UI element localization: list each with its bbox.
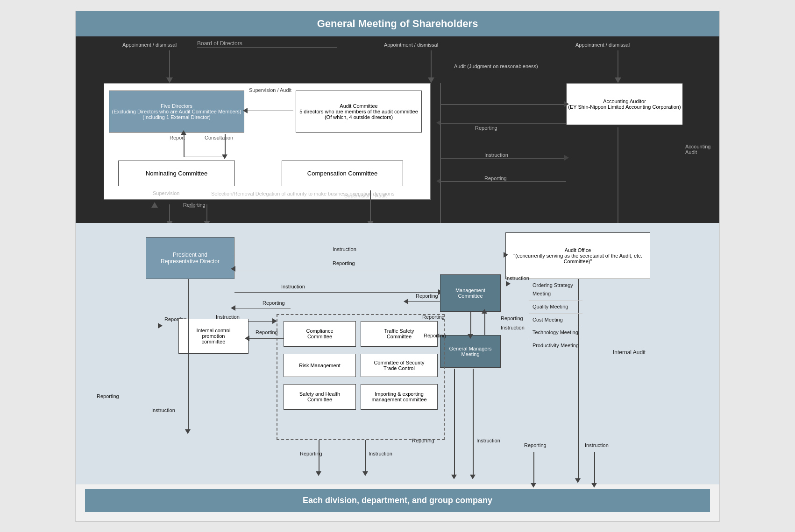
audit-arrow-line	[247, 111, 293, 112]
reporting-label-5: Reporting	[97, 393, 119, 399]
reporting-arrow-1	[231, 266, 235, 272]
instruction-mgmt-2: Instruction	[501, 325, 525, 330]
president-v-line	[188, 279, 189, 431]
reporting-dashed-right: Reporting	[424, 333, 446, 338]
meeting-4: Technology Meeting	[529, 326, 582, 339]
five-directors-box: Five Directors (Excluding Directors who …	[109, 91, 244, 133]
reporting-v-down-2	[454, 369, 455, 476]
arrow-reporting-v-2	[451, 475, 457, 479]
importing-exporting-label: Importing & exporting management committ…	[372, 391, 427, 402]
consultation-label: Consultation	[205, 135, 233, 140]
meeting-2: Quality Meeting	[529, 301, 582, 314]
reporting-label-bottom-1: Reporting	[300, 451, 322, 456]
line-instruction-top	[440, 158, 566, 159]
accounting-auditor-label: Accounting Auditor (EY Shin-Nippon Limit…	[568, 98, 681, 110]
accounting-audit-label: Accounting Audit	[685, 144, 719, 155]
reporting-arrow-2	[231, 305, 235, 311]
audit-judgment-label: Audit (Judgment on reasonableness)	[454, 63, 538, 69]
reporting-line-left	[90, 326, 160, 327]
arrow-instruction-top	[564, 155, 569, 161]
instruction-v-bottom-right	[594, 452, 595, 484]
bottom-section: President and Representative Director Au…	[76, 223, 719, 484]
instruction-arrow-1	[504, 252, 508, 258]
arrow-2	[428, 77, 434, 83]
line-down-1	[169, 204, 170, 223]
instruction-label-1: Instruction	[333, 246, 356, 252]
reporting-line-1	[234, 269, 505, 270]
safety-health-label: Safety and Health Committee	[299, 391, 340, 402]
president-v-arrow	[185, 429, 191, 434]
instruction-label-4: Instruction	[151, 407, 175, 413]
consult-line	[184, 156, 226, 157]
five-directors-label: Five Directors (Excluding Directors who …	[112, 103, 241, 120]
report-line	[184, 134, 185, 157]
reporting-label-3: Reporting	[256, 329, 278, 335]
reporting-bottom-right: Reporting	[524, 442, 547, 448]
top-section: Board of Directors Appointment / dismiss…	[76, 36, 719, 223]
consult-v-line	[225, 134, 226, 157]
instruction-mgmt-v	[484, 312, 485, 336]
appoint-dismiss-2: Appointment / dismissal	[384, 42, 438, 48]
meetings-list: Ordering Strategy Meeting Quality Meetin…	[529, 279, 582, 352]
arrow-line-2	[431, 50, 432, 78]
supervision-label-left: Supervision	[153, 190, 179, 196]
internal-control-box: Internal control promotion committee	[178, 319, 248, 354]
safety-health-box: Safety and Health Committee	[284, 384, 356, 410]
diagram-wrapper: General Meeting of Shareholders Board of…	[75, 11, 720, 522]
instruction-v-down-1	[365, 440, 366, 473]
arrow-audit-acc	[564, 101, 569, 107]
reporting-line-2	[234, 308, 291, 309]
instruction-line-1	[234, 255, 505, 256]
line-supervision-audit-v	[370, 190, 371, 223]
arrow-instruction-v-1	[362, 471, 368, 476]
accounting-auditor-box: Accounting Auditor (EY Shin-Nippon Limit…	[566, 83, 683, 125]
nominating-committee-label: Nominating Committee	[146, 170, 207, 177]
security-trade-label: Committee of Security Trade Control	[374, 360, 424, 371]
traffic-safety-label: Traffic Safety Committee	[384, 328, 414, 339]
reporting-mgmt-line	[407, 301, 440, 302]
management-committee-label: Management Committee	[455, 287, 485, 299]
line-reporting-top	[440, 181, 566, 182]
compensation-committee-label: Compensation Committee	[307, 170, 377, 177]
report-arrow	[181, 130, 186, 135]
general-managers-label: General Managers Meeting	[449, 346, 491, 357]
supervision-audit-center: Supervision / Audit	[344, 193, 387, 198]
president-box: President and Representative Director	[146, 237, 234, 279]
nominating-committee-box: Nominating Committee	[118, 161, 235, 186]
reporting-mgmt: Reporting	[416, 293, 438, 299]
reporting-arrow-3	[245, 336, 249, 341]
line-audit-v	[440, 83, 441, 228]
instruction-bottom-right: Instruction	[585, 442, 609, 448]
reporting-acc-label: Reporting	[475, 125, 497, 131]
compliance-box: Compliance Committee	[284, 321, 356, 347]
instruction-v-down-2	[473, 369, 474, 476]
instruction-mgmt-arrow	[506, 281, 511, 287]
arrow-1	[166, 77, 173, 83]
footer-bar: Each division, department, and group com…	[85, 489, 710, 512]
instruction-mgmt-audit: Instruction	[505, 275, 529, 281]
reporting-label-bottom-2: Reporting	[412, 438, 434, 443]
instruction-line-2	[234, 292, 440, 293]
reporting-mgmt-2: Reporting	[501, 315, 523, 321]
risk-management-label: Risk Management	[299, 363, 341, 368]
reporting-v-down-1	[319, 440, 319, 473]
arrow-reporting-br	[531, 483, 536, 488]
compliance-label: Compliance Committee	[306, 328, 333, 339]
instruction-label-bottom-2: Instruction	[476, 438, 500, 443]
compensation-committee-box: Compensation Committee	[282, 161, 403, 186]
arrow-instruction-v-2	[470, 475, 476, 479]
meeting-1: Ordering Strategy Meeting	[529, 279, 582, 301]
meeting-3: Cost Meeting	[529, 314, 582, 327]
arrow-instruction-br	[591, 483, 597, 488]
importing-exporting-box: Importing & exporting management committ…	[361, 384, 438, 410]
arrow-up-right	[189, 202, 195, 208]
line-acc-auditor-v	[618, 127, 618, 228]
internal-control-label: Internal control promotion committee	[197, 328, 231, 344]
instruction-label-bottom-1: Instruction	[369, 451, 392, 456]
line-down-2	[206, 204, 207, 223]
reporting-label-2: Reporting	[263, 300, 285, 306]
reporting-v-bottom-right	[533, 452, 534, 484]
management-committee-box: Management Committee	[440, 274, 501, 312]
reporting-mgmt-arrow	[404, 299, 408, 304]
shareholders-header: General Meeting of Shareholders	[76, 11, 719, 36]
